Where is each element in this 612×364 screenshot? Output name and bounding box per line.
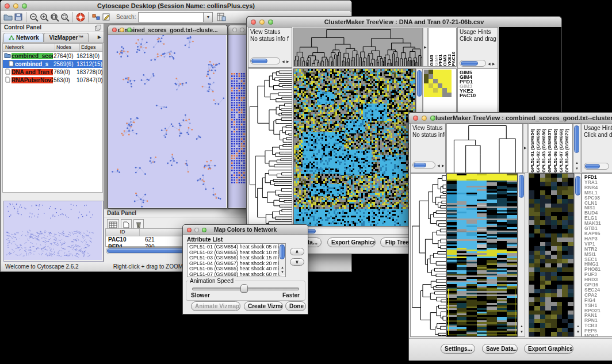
column-label[interactable]: GPL51-06 (GSM865) [553,125,559,173]
matrix-cell[interactable] [447,93,452,97]
network-tree-row[interactable]: RNAPuberNov2+I563(0)107847(0) [3,76,102,84]
tab-vizmapper[interactable]: VizMapper™ [44,33,89,42]
col-header-edges[interactable]: Edges [80,44,102,51]
matrix-cell[interactable] [442,93,447,97]
attribute-list-item[interactable]: GPL51-02 (GSM855) heat shock 10 min [189,250,285,256]
matrix-cell[interactable] [433,93,438,97]
view-status-scrollbar[interactable] [250,58,280,64]
column-label[interactable]: GPL51-01 (GSM854) [530,125,536,173]
network-canvas[interactable] [108,35,226,208]
attribute-listbox[interactable]: GPL51-01 (GSM854) heat shock 05 minGPL51… [187,243,286,277]
matrix-cell[interactable] [424,93,429,97]
tab-network[interactable]: Network [3,33,44,42]
matrix-cell[interactable] [447,74,452,79]
tab-overflow-arrow[interactable]: ▶ [98,35,101,40]
zoom-button[interactable] [202,228,206,232]
minimize-button[interactable] [194,228,199,232]
scroll-up-arrow[interactable]: ▲ [281,266,284,269]
col-header-nodes[interactable]: Nodes [55,44,80,51]
close-button[interactable] [5,3,10,9]
scroll-down-arrow[interactable]: ▼ [520,330,523,334]
matrix-cell[interactable] [433,88,438,93]
save-icon[interactable] [13,12,24,22]
scroll-down-arrow[interactable]: ▼ [576,330,580,334]
matrix-cell[interactable] [433,70,438,74]
network-tree-row[interactable]: DNA and Tran 07769(0)183728(0) [3,68,102,76]
attribute-list-item[interactable]: GPL51-07 (GSM868) heat shock 60 min [189,272,285,277]
column-labels-vscrollbar[interactable]: ▲ ▼ [573,124,580,173]
view-status-scrollbar[interactable] [412,162,435,168]
close-button[interactable] [413,116,418,121]
move-down-button[interactable]: ∨ [290,258,304,266]
save-data-button[interactable]: Save Data... [482,344,518,354]
network-tree-row[interactable]: combined_sco2569(6)13112(15) [3,60,102,68]
matrix-cell[interactable] [424,88,429,93]
scroll-up-arrow[interactable]: ▲ [520,324,523,328]
matrix-cell[interactable] [447,88,452,93]
zoom-button[interactable] [268,20,273,25]
help-lifebuoy-icon[interactable] [75,12,86,22]
matrix-cell[interactable] [442,79,447,83]
matrix-cell[interactable] [433,83,438,88]
search-dropdown-button[interactable]: ▼ [204,12,213,22]
expand-arrow[interactable]: ▶ [424,45,427,49]
heatmap-vscrollbar[interactable]: ▲ ▼ [518,173,525,337]
scroll-left-arrow[interactable]: ◀ [282,60,285,63]
column-label[interactable]: PFD1 [438,32,443,66]
birdseye-canvas[interactable] [4,201,102,260]
network-view-title-bar[interactable]: combined_scores_good.txt--cluste... [108,25,227,35]
close-button[interactable] [187,228,192,232]
treeview2-title-bar[interactable]: ClusterMaker TreeView : combined_scores_… [409,113,612,124]
listbox-vscrollbar[interactable]: ▲ ▼ [278,244,285,275]
matrix-cell[interactable] [429,79,433,83]
create-vizmap-button[interactable]: Create Vizmap [244,301,283,311]
column-label[interactable]: GPL51-03 (GSM856) [542,125,548,173]
matrix-cell[interactable] [438,70,442,74]
scroll-left-arrow[interactable]: ◀ [437,164,440,167]
zoom-out-icon[interactable] [29,12,39,22]
scroll-right-arrow[interactable]: ▶ [442,164,445,167]
column-dendrogram-canvas[interactable] [294,28,422,66]
matrix-cell[interactable] [442,88,447,93]
matrix-cell[interactable] [438,93,442,97]
close-button[interactable] [232,28,237,32]
matrix-cell[interactable] [424,83,429,88]
column-label[interactable]: GPL51-08 (GSM872) [565,125,571,173]
scroll-down-arrow[interactable]: ▼ [575,167,579,170]
attribute-list-item[interactable]: GPL51-04 (GSM857) heat shock 20 min [189,261,285,267]
column-label[interactable]: GPL51-07 (GSM868) [559,125,565,173]
gene-label[interactable]: PAC10 [460,93,498,98]
matrix-cell[interactable] [438,79,442,83]
matrix-cell[interactable] [429,88,433,93]
export-graphics-button[interactable]: Export Graphics... [524,344,573,354]
column-label[interactable]: GPL51-02 (GSM855) [536,125,542,173]
matrix-cell[interactable] [442,83,447,88]
export-graphics-button[interactable]: Export Graphics... [327,237,376,247]
scroll-right-arrow[interactable]: ▶ [492,62,495,66]
zoom-selected-icon[interactable] [60,12,70,22]
attribute-browser-icon[interactable] [216,12,227,22]
done-button[interactable]: Done [285,301,306,311]
matrix-cell[interactable] [424,70,429,74]
matrix-cell[interactable] [429,93,433,97]
matrix-cell[interactable] [433,74,438,79]
col-header-id[interactable]: ID [106,229,140,236]
vizmap-edit-icon[interactable] [101,12,112,22]
attribute-list-item[interactable]: GPL51-03 (GSM856) heat shock 15 min [189,255,285,261]
matrix-cell[interactable] [447,70,452,74]
search-input[interactable] [138,12,204,22]
gene-label[interactable]: MON2 [584,334,612,337]
matrix-cell[interactable] [447,79,452,83]
close-button[interactable] [112,28,117,32]
column-label[interactable]: PAC10 [452,32,456,66]
row-dendrogram-canvas[interactable] [411,174,446,336]
matrix-cell[interactable] [442,74,447,79]
move-up-button[interactable]: ∧ [290,248,304,255]
animate-vizmap-button[interactable]: Animate Vizmap [191,301,240,311]
usage-hints-scrollbar[interactable] [584,163,609,170]
column-label[interactable]: GIM5 [430,32,434,66]
float-panel-icon[interactable] [95,22,101,33]
matrix-cell[interactable] [447,83,452,88]
row-dendrogram-canvas[interactable] [248,69,292,226]
attribute-list-item[interactable]: GPL51-01 (GSM854) heat shock 05 min [189,244,285,250]
